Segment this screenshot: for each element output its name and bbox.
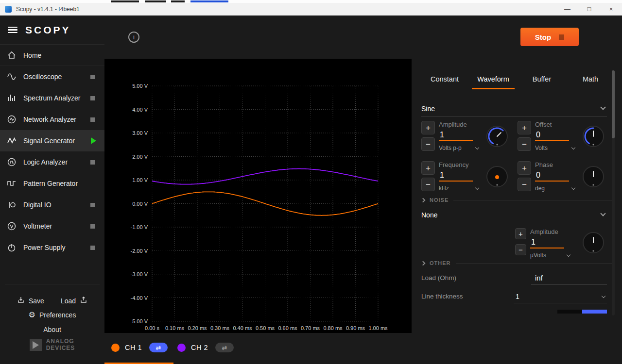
background-window-fragment (111, 0, 139, 2)
tab-constant[interactable]: Constant (420, 69, 469, 89)
svg-text:5.00 V: 5.00 V (132, 83, 148, 89)
stop-icon (559, 34, 564, 40)
svg-text:0.30 ms: 0.30 ms (210, 325, 230, 331)
svg-text:4.00 V: 4.00 V (132, 107, 148, 113)
waveform-tabs: Constant Waveform Buffer Math (420, 69, 615, 89)
noise-amplitude-knob[interactable] (581, 230, 606, 255)
tab-buffer[interactable]: Buffer (518, 69, 566, 89)
minimize-button[interactable]: — (556, 3, 578, 15)
phase-control: + − Phase 0 deg (518, 161, 614, 192)
channel-2-settings-toggle[interactable]: ⇄ (215, 343, 234, 352)
chevron-right-icon (421, 261, 426, 265)
window-controls: — □ × (556, 3, 622, 15)
scopy-window: Scopy - v1.4.1 - f4beeb1 — □ × SCOPY Hom… (0, 0, 622, 364)
tab-math[interactable]: Math (566, 69, 615, 89)
sidebar-item-oscilloscope[interactable]: Oscilloscope (0, 66, 104, 87)
chevron-down-icon (567, 252, 570, 256)
frequency-value-input[interactable]: 1 (439, 171, 473, 182)
amplitude-decrement-button[interactable]: − (421, 137, 435, 151)
offset-knob[interactable] (581, 124, 606, 149)
close-button[interactable]: × (600, 3, 622, 15)
frequency-knob[interactable] (484, 164, 510, 189)
background-window-fragment (171, 0, 185, 2)
menu-toggle-button[interactable] (8, 27, 17, 33)
chevron-down-icon (475, 145, 479, 149)
offset-decrement-button[interactable]: − (518, 137, 531, 151)
save-icon (17, 296, 25, 305)
stop-button[interactable]: Stop (520, 28, 579, 46)
svg-text:-5.00 V: -5.00 V (131, 318, 148, 324)
noise-amplitude-value-input[interactable]: 1 (530, 238, 564, 248)
sidebar-nav: Home Oscilloscope Spectrum Analyzer (0, 45, 104, 258)
noise-amplitude-decrement-button[interactable]: − (515, 244, 526, 255)
offset-value-input[interactable]: 0 (535, 131, 569, 141)
phase-decrement-button[interactable]: − (518, 178, 531, 191)
svg-text:0.20 ms: 0.20 ms (188, 325, 207, 331)
sidebar-item-pattern-generator[interactable]: Pattern Generator (0, 173, 104, 194)
sidebar-item-network-analyzer[interactable]: Network Analyzer (0, 109, 104, 130)
network-analyzer-icon (7, 115, 17, 124)
load-ohm-input[interactable]: inf (531, 274, 607, 285)
phase-unit-select[interactable]: deg (535, 185, 575, 192)
save-button[interactable]: Save (17, 296, 44, 305)
svg-text:3.00 V: 3.00 V (132, 130, 148, 136)
load-button[interactable]: Load (61, 296, 87, 305)
waveform-type-select[interactable]: Sine (421, 100, 607, 117)
frequency-increment-button[interactable]: + (421, 161, 435, 175)
amplitude-value-input[interactable]: 1 (439, 131, 473, 141)
sidebar-item-home[interactable]: Home (0, 45, 104, 66)
sidebar-item-spectrum-analyzer[interactable]: Spectrum Analyzer (0, 87, 104, 109)
preferences-button[interactable]: ⚙ Preferences (0, 311, 104, 319)
noise-type-select[interactable]: None (421, 207, 607, 223)
home-icon (7, 50, 17, 60)
maximize-button[interactable]: □ (578, 3, 600, 15)
horizontal-scrollbar-thumb[interactable] (582, 310, 607, 314)
signal-generator-icon (7, 136, 17, 146)
frequency-unit-select[interactable]: kHz (439, 185, 479, 192)
phase-knob[interactable] (581, 164, 606, 189)
vertical-scrollbar-thumb[interactable] (612, 70, 615, 138)
stopped-indicator (90, 96, 95, 100)
noise-amplitude-control: + − Amplitude 1 µVolts (515, 228, 615, 259)
tab-waveform[interactable]: Waveform (469, 69, 518, 89)
info-button[interactable]: i (128, 32, 139, 43)
app-icon (5, 6, 12, 13)
window-title: Scopy - v1.4.1 - f4beeb1 (16, 6, 80, 13)
load-icon (80, 296, 87, 305)
line-thickness-select[interactable]: 1 (514, 293, 607, 303)
svg-text:1.00 ms: 1.00 ms (368, 325, 388, 331)
sidebar-item-digital-io[interactable]: Digital IO (0, 194, 104, 215)
channel-1-settings-toggle[interactable]: ⇄ (149, 343, 168, 352)
channel-1-color-dot (111, 344, 120, 352)
sidebar-item-logic-analyzer[interactable]: Logic Analyzer (0, 151, 104, 173)
amplitude-unit-select[interactable]: Volts p-p (439, 145, 479, 151)
about-button[interactable]: About (0, 326, 104, 333)
frequency-decrement-button[interactable]: − (421, 178, 435, 191)
amplitude-knob[interactable] (484, 124, 510, 149)
phase-value-input[interactable]: 0 (535, 171, 569, 182)
svg-text:0.60 ms: 0.60 ms (278, 325, 297, 331)
chevron-down-icon (571, 145, 575, 149)
offset-unit-select[interactable]: Volts (535, 145, 575, 151)
offset-increment-button[interactable]: + (518, 121, 531, 134)
pattern-generator-icon (7, 179, 17, 188)
sidebar-item-voltmeter[interactable]: Voltmeter (0, 215, 104, 237)
noise-amplitude-unit-select[interactable]: µVolts (530, 252, 570, 259)
channel-1-button[interactable]: CH 1 ⇄ (111, 333, 168, 362)
sidebar-item-signal-generator[interactable]: Signal Generator (0, 130, 104, 151)
chevron-right-icon (421, 198, 426, 202)
running-indicator (91, 137, 96, 144)
logic-analyzer-icon (7, 157, 17, 167)
noise-section-header[interactable]: NOISE (421, 197, 612, 203)
oscilloscope-icon (7, 72, 17, 82)
sidebar-item-power-supply[interactable]: Power Supply (0, 237, 104, 258)
phase-increment-button[interactable]: + (518, 161, 531, 175)
save-load-row: Save Load (0, 296, 104, 305)
amplitude-increment-button[interactable]: + (421, 121, 435, 134)
noise-amplitude-increment-button[interactable]: + (515, 228, 526, 239)
vertical-scrollbar[interactable] (612, 70, 615, 315)
horizontal-scrollbar[interactable] (557, 310, 607, 314)
other-section-header[interactable]: OTHER (421, 260, 612, 266)
stopped-indicator (90, 160, 95, 165)
channel-2-button[interactable]: CH 2 ⇄ (177, 333, 234, 362)
